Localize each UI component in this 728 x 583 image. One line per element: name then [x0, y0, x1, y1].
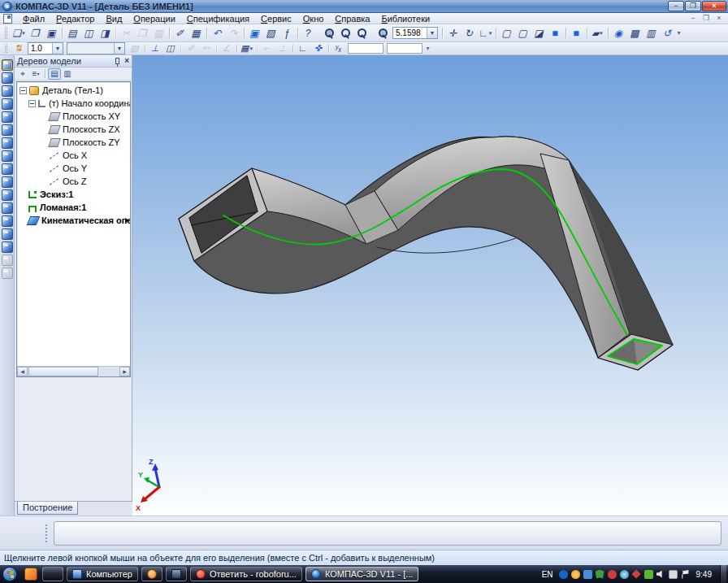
menu-file[interactable]: Файл [17, 13, 50, 24]
rebuild-button[interactable]: ↺ [660, 26, 674, 40]
bluetooth-icon[interactable] [559, 570, 568, 579]
extrude-operation-button[interactable] [2, 176, 13, 188]
scroll-right-icon[interactable]: ▶ [119, 367, 130, 376]
specification-button[interactable] [2, 150, 13, 162]
sketch-mode-button[interactable]: ◫ [163, 43, 177, 54]
tree-display-button[interactable]: ≡ [29, 68, 42, 80]
taskbar-media-button[interactable] [141, 567, 162, 581]
tree-expander[interactable] [28, 100, 36, 107]
shaded-edges-button[interactable]: ■ [569, 26, 583, 40]
copy-button[interactable]: ❐ [135, 26, 150, 40]
audio-device-icon[interactable] [608, 570, 617, 579]
tree-item-kinematic-op[interactable]: Кинематическая операц [17, 214, 130, 227]
print-button[interactable]: ▤ [65, 26, 80, 40]
model-tree-mode-button[interactable]: ▥ [644, 26, 658, 40]
toolbar-grip[interactable] [5, 27, 7, 39]
tree-item-polyline-1[interactable]: Ломаная:1 [17, 201, 130, 214]
arrays-button[interactable] [2, 98, 13, 110]
local-cs-button[interactable]: ⊥ [148, 43, 162, 54]
snaps-button[interactable]: ✜ [311, 43, 325, 54]
viewport[interactable]: Z Y X [132, 55, 728, 516]
close-button[interactable]: × [702, 1, 726, 11]
menu-service[interactable]: Сервис [255, 13, 297, 24]
security-icon[interactable] [596, 570, 604, 579]
taskbar-kompas-button[interactable]: КОМПАС-3D V11 - [... [306, 567, 419, 581]
panel-close-icon[interactable]: × [124, 57, 129, 65]
tree-horizontal-scrollbar[interactable]: ◀ ▶ [17, 366, 130, 376]
open-button[interactable]: ❒ [28, 26, 42, 40]
step-combo[interactable]: 1.0 ▼ [28, 42, 63, 54]
tab-construction[interactable]: Построение [17, 501, 78, 515]
show-desktop-button[interactable] [720, 565, 726, 583]
toolbar-grip[interactable] [5, 44, 7, 53]
hidden-lines-button[interactable]: ▢ [515, 26, 530, 40]
paste-button[interactable]: ▥ [151, 26, 166, 40]
print-preview-button[interactable]: ◫ [81, 26, 96, 40]
simplify-button[interactable]: ◉ [611, 26, 626, 40]
tree-item-plane-zy[interactable]: Плоскость ZY [17, 136, 130, 149]
scroll-left-icon[interactable]: ◀ [17, 367, 28, 376]
ortho-drawing-button[interactable]: ∟ [296, 43, 310, 54]
new-document-button[interactable]: ❏ [11, 26, 26, 40]
volume-icon[interactable] [656, 570, 665, 579]
insert-table-button[interactable]: ▦ [188, 26, 203, 40]
draft-button[interactable] [2, 268, 13, 279]
cut-extrude-button[interactable] [2, 228, 13, 240]
loft-operation-button[interactable] [2, 215, 13, 227]
tree-pointer-button[interactable]: ⌖ [16, 68, 29, 80]
snap-rotate-button[interactable]: ⌐ [260, 43, 274, 54]
layers-button[interactable]: ▧ [128, 43, 141, 54]
property-bar-field[interactable] [54, 521, 722, 546]
combo-dropdown-icon[interactable]: ▼ [427, 28, 437, 38]
angle-button[interactable]: ∠ [219, 43, 233, 54]
step-button[interactable]: ⇅ [11, 43, 25, 54]
measurements-3d-button[interactable] [2, 124, 13, 136]
shell-button[interactable] [2, 255, 13, 266]
child-minimize-button[interactable]: − [687, 14, 699, 23]
spatial-curves-button[interactable] [2, 72, 13, 84]
property-bar-grip[interactable] [46, 524, 49, 542]
tree-item-plane-xy[interactable]: Плоскость XY [17, 110, 130, 123]
menu-help[interactable]: Справка [329, 13, 375, 24]
tree-item-detail[interactable]: Деталь (Тел-1) [17, 84, 130, 97]
hidden-lines-thin-button[interactable]: ◪ [531, 26, 546, 40]
tree-item-axis-x[interactable]: Ось X [17, 149, 130, 162]
context-help-button[interactable]: ? [301, 26, 315, 40]
rotate-button[interactable]: ↻ [462, 26, 476, 40]
tree-item-axis-z[interactable]: Ось Z [17, 175, 130, 188]
menu-view[interactable]: Вид [100, 13, 128, 24]
zoom-select-button[interactable] [322, 26, 336, 40]
cut-button[interactable]: ✂ [119, 26, 133, 40]
orientation-button[interactable]: ∟ [478, 26, 492, 40]
tree-expander[interactable] [20, 87, 27, 94]
pin-icon[interactable] [115, 58, 119, 64]
zoom-scale-combo[interactable]: 5.1598 ▼ [392, 27, 438, 39]
page-setup-button[interactable]: ◨ [98, 26, 112, 40]
switcher-icon[interactable] [583, 570, 592, 579]
mates-button[interactable]: ▩ [627, 26, 642, 40]
pan-button[interactable]: ✛ [445, 26, 460, 40]
restore-button[interactable]: ❐ [685, 1, 701, 11]
minimize-button[interactable]: − [668, 1, 684, 11]
child-close-button[interactable]: × [713, 14, 725, 23]
erase-parts-button[interactable]: ✐ [184, 43, 197, 54]
coordinate-y-field[interactable] [387, 43, 422, 54]
taskbar-forum-button[interactable]: Ответить - roboforu... [190, 567, 302, 581]
network-icon[interactable] [669, 570, 678, 579]
coordinate-x-field[interactable] [348, 43, 384, 54]
coordinates-button[interactable]: ʸₓ [332, 43, 345, 54]
media-player-icon[interactable] [620, 570, 629, 579]
menu-window[interactable]: Окно [297, 13, 330, 24]
undo-button[interactable]: ↶ [210, 26, 224, 40]
child-restore-button[interactable]: ❐ [700, 14, 712, 23]
fillet-button[interactable] [2, 241, 13, 253]
tree-item-origin[interactable]: (т) Начало координат [17, 97, 130, 110]
copy-properties-button[interactable]: ✐ [172, 26, 187, 40]
zoom-in-out-button[interactable] [354, 26, 369, 40]
action-center-icon[interactable] [681, 570, 690, 579]
updater-icon[interactable] [632, 570, 641, 579]
edit-part-button[interactable] [2, 59, 13, 71]
toolbar-overflow-icon[interactable]: ▾ [424, 42, 431, 55]
save-button[interactable]: ▣ [44, 26, 58, 40]
perspective-button[interactable]: ▰ [590, 26, 604, 40]
